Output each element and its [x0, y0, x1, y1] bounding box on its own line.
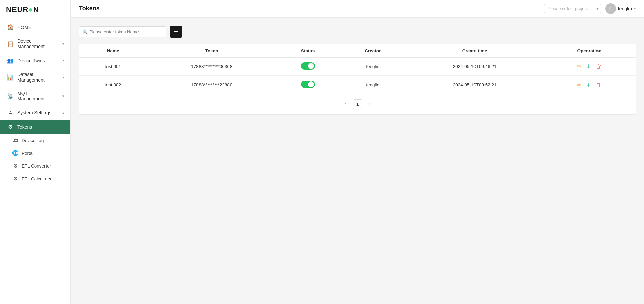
- main-content: Tokens Please select project F fenglin ▾…: [71, 0, 644, 304]
- sidebar-item-etl-converter[interactable]: ⚙ ETL Converter: [0, 159, 70, 172]
- chevron-down-icon: ▾: [62, 58, 64, 63]
- etl-calculated-icon: ⚙: [12, 176, 18, 182]
- cell-create-time: 2024-05-10T09:52:21: [406, 76, 543, 94]
- col-name: Name: [79, 44, 147, 58]
- device-twins-icon: 👥: [7, 57, 14, 64]
- edit-icon[interactable]: ✏: [576, 81, 582, 89]
- sidebar-item-home[interactable]: 🏠 HOME: [0, 20, 70, 34]
- sidebar-item-system-settings-label: System Settings: [17, 110, 51, 115]
- page-1-button[interactable]: 1: [353, 99, 362, 109]
- sidebar-item-device-twins[interactable]: 👥 Device Twins ▾: [0, 53, 70, 68]
- chevron-down-icon: ▾: [62, 94, 64, 98]
- pagination: ‹ 1 ›: [79, 94, 636, 114]
- avatar-initial: F: [609, 6, 612, 11]
- table-body: test 00117888*********06368 fenglin2024-…: [79, 58, 636, 94]
- chevron-up-icon: ▴: [62, 111, 64, 115]
- sidebar-item-mqtt-management[interactable]: 📡 MQTT Management ▾: [0, 87, 70, 105]
- sidebar-item-home-label: HOME: [17, 25, 31, 30]
- prev-page-button[interactable]: ‹: [341, 99, 350, 109]
- logo: NEUR●N: [0, 0, 70, 20]
- toolbar: 🔍 +: [79, 26, 636, 38]
- page-title: Tokens: [79, 5, 100, 12]
- sidebar-item-tokens[interactable]: ⚙ Tokens: [0, 120, 70, 134]
- delete-icon[interactable]: 🗑: [595, 63, 602, 70]
- table-row: test 00217888*********22880 fenglin2024-…: [79, 76, 636, 94]
- search-input[interactable]: [79, 26, 166, 37]
- sidebar-item-device-tag[interactable]: 🏷 Device Tag: [0, 134, 70, 147]
- logo-text: NEUR●N: [6, 5, 39, 14]
- sidebar-item-etl-converter-label: ETL Converter: [22, 163, 51, 169]
- system-settings-icon: 🖥: [7, 110, 14, 116]
- device-management-icon: 📋: [7, 41, 14, 47]
- cell-status: [277, 58, 339, 76]
- cell-creator: fenglin: [339, 58, 406, 76]
- tokens-icon: ⚙: [7, 124, 14, 130]
- delete-icon[interactable]: 🗑: [595, 81, 602, 89]
- dataset-management-icon: 📊: [7, 74, 14, 81]
- avatar: F: [605, 3, 616, 14]
- cell-token: 17888*********22880: [147, 76, 277, 94]
- col-create-time: Create time: [406, 44, 543, 58]
- edit-icon[interactable]: ✏: [576, 63, 582, 70]
- cell-operation: ✏ ⬇ 🗑: [543, 58, 636, 76]
- portal-icon: 🌐: [12, 150, 18, 156]
- add-token-button[interactable]: +: [170, 26, 182, 38]
- col-status: Status: [277, 44, 339, 58]
- action-icons: ✏ ⬇ 🗑: [548, 81, 630, 89]
- download-icon[interactable]: ⬇: [586, 63, 591, 70]
- status-toggle[interactable]: [301, 62, 315, 70]
- sidebar-item-device-tag-label: Device Tag: [22, 138, 44, 143]
- col-operation: Openration: [543, 44, 636, 58]
- topbar: Tokens Please select project F fenglin ▾: [71, 0, 644, 18]
- sidebar-item-device-twins-label: Device Twins: [17, 58, 45, 63]
- logo-dot: ●: [28, 5, 33, 14]
- cell-name: test 001: [79, 58, 147, 76]
- sidebar-item-portal[interactable]: 🌐 Portal: [0, 147, 70, 159]
- sidebar-item-system-settings[interactable]: 🖥 System Settings ▴: [0, 105, 70, 120]
- status-toggle[interactable]: [301, 81, 315, 88]
- sidebar: NEUR●N 🏠 HOME 📋 Device Management ▾ 👥 De…: [0, 0, 71, 304]
- chevron-down-icon: ▾: [62, 42, 64, 46]
- search-icon: 🔍: [82, 29, 88, 34]
- sidebar-item-device-management[interactable]: 📋 Device Management ▾: [0, 34, 70, 53]
- etl-converter-icon: ⚙: [12, 163, 18, 169]
- sidebar-item-etl-calculated-label: ETL Calculated: [22, 176, 53, 181]
- cell-create-time: 2024-05-10T09:46:21: [406, 58, 543, 76]
- device-tag-icon: 🏷: [12, 138, 18, 143]
- cell-token: 17888*********06368: [147, 58, 277, 76]
- chevron-down-icon: ▾: [62, 75, 64, 80]
- search-wrapper: 🔍: [79, 26, 166, 37]
- sidebar-item-device-management-label: Device Management: [17, 38, 59, 49]
- action-icons: ✏ ⬇ 🗑: [548, 63, 630, 70]
- user-chevron-icon: ▾: [634, 6, 636, 11]
- sidebar-item-tokens-label: Tokens: [17, 124, 32, 130]
- home-icon: 🏠: [7, 24, 14, 30]
- table-row: test 00117888*********06368 fenglin2024-…: [79, 58, 636, 76]
- tokens-table: Name Token Status Creator Create time Op…: [79, 44, 636, 94]
- sidebar-item-etl-calculated[interactable]: ⚙ ETL Calculated: [0, 172, 70, 185]
- cell-operation: ✏ ⬇ 🗑: [543, 76, 636, 94]
- download-icon[interactable]: ⬇: [586, 81, 591, 89]
- user-area[interactable]: F fenglin ▾: [605, 3, 636, 14]
- sidebar-item-dataset-management[interactable]: 📊 Dataset Management ▾: [0, 68, 70, 87]
- tokens-table-container: Name Token Status Creator Create time Op…: [79, 44, 636, 115]
- sidebar-item-mqtt-management-label: MQTT Management: [17, 91, 59, 101]
- user-name: fenglin: [618, 6, 632, 11]
- content-area: 🔍 + Name Token Status Creator Create tim…: [71, 18, 644, 304]
- cell-name: test 002: [79, 76, 147, 94]
- sidebar-item-portal-label: Portal: [22, 151, 33, 156]
- mqtt-icon: 📡: [7, 93, 14, 99]
- topbar-right: Please select project F fenglin ▾: [544, 3, 636, 14]
- cell-status: [277, 76, 339, 94]
- col-token: Token: [147, 44, 277, 58]
- cell-creator: fenglin: [339, 76, 406, 94]
- table-header: Name Token Status Creator Create time Op…: [79, 44, 636, 58]
- project-select-wrapper: Please select project: [544, 4, 601, 13]
- next-page-button[interactable]: ›: [365, 99, 374, 109]
- sidebar-item-dataset-management-label: Dataset Management: [17, 72, 59, 83]
- project-select[interactable]: Please select project: [544, 4, 601, 13]
- col-creator: Creator: [339, 44, 406, 58]
